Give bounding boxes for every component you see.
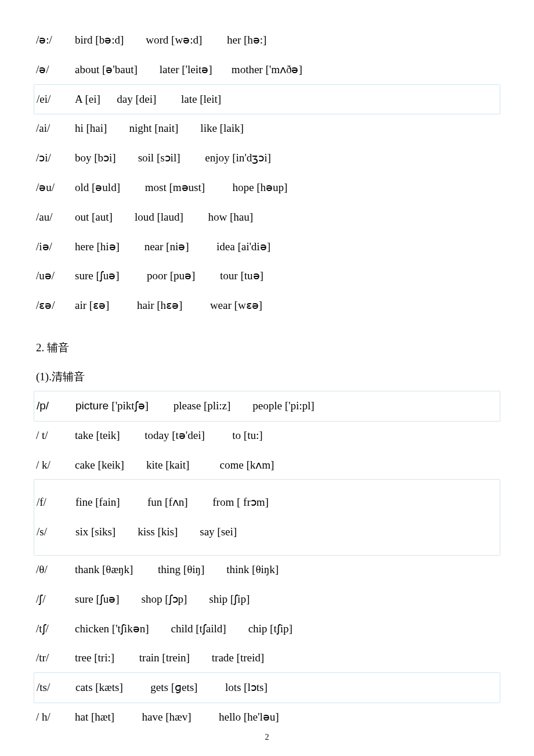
examples: cake [keik] kite [kait] come [kʌm] [75, 459, 274, 471]
examples: here [hiə] near [niə] idea [ai'diə] [75, 240, 270, 253]
phoneme-symbol: /əu/ [36, 181, 64, 195]
examples: A [ei] day [dei] late [leit] [75, 93, 221, 105]
rows1-row: /ə/ about [ə'baut] later ['leitə] mother… [36, 55, 498, 85]
examples: chicken ['tʃikən] child [tʃaild] chip [t… [75, 622, 293, 635]
examples: hi [hai] night [nait] like [laik] [75, 122, 244, 134]
examples: fine [fain] fun [fʌn] from [ frɔm] [75, 496, 269, 508]
phoneme-symbol: / k/ [36, 459, 64, 472]
rows1-row: /əu/ old [əuld] most [məust] hope [həup] [36, 173, 498, 203]
rows1-row: /ɔi/ boy [bɔi] soil [sɔil] enjoy [in'dʒɔ… [36, 143, 498, 173]
rows1-row: /ei/ A [ei] day [dei] late [leit] [34, 84, 500, 115]
rows2-row: /θ/ thank [θæŋk] thing [θiŋ] think [θiŋk… [36, 555, 498, 585]
document-page: /ə:/ bird [bə:d] word [wə:d] her [hə:]/ə… [0, 0, 534, 756]
examples: out [aut] loud [laud] how [hau] [75, 211, 253, 223]
example-rest: please [pli:z] people ['pi:pl] [149, 399, 315, 412]
vowel-list: /ə:/ bird [bə:d] word [wə:d] her [hə:]/ə… [36, 26, 498, 321]
examples: six [siks] kiss [kis] say [sei] [75, 525, 237, 538]
phoneme-symbol: / h/ [36, 711, 64, 724]
phoneme-symbol: /ɔi/ [36, 152, 64, 165]
examples: bird [bə:d] word [wə:d] her [hə:] [75, 34, 266, 46]
phoneme-symbol: /p/ [37, 399, 64, 413]
rows2-row: / k/ cake [keik] kite [kait] come [kʌm] [36, 451, 498, 480]
page-number: 2 [0, 733, 534, 742]
phoneme-symbol: /ɛə/ [36, 299, 64, 312]
rows1-row: /uə/ sure [ʃuə] poor [puə] tour [tuə] [36, 261, 498, 291]
rows2-row: /s/ six [siks] kiss [kis] say [sei] [37, 517, 497, 547]
examples: about [ə'baut] later ['leitə] mother ['m… [75, 63, 302, 75]
rows1-row: /ai/ hi [hai] night [nait] like [laik] [36, 114, 498, 143]
rows2-row: /tʃ/ chicken ['tʃikən] child [tʃaild] ch… [36, 614, 498, 644]
phoneme-symbol: /ei/ [37, 93, 64, 106]
rows1-row: /au/ out [aut] loud [laud] how [hau] [36, 203, 498, 232]
example-word: picture [75, 399, 111, 412]
rows2-row: /ts/ cats [kæts] gets [ɡets] lots [lɔts] [34, 672, 500, 703]
phoneme-symbol: / t/ [36, 429, 64, 442]
rows2-row: /tr/ tree [tri:] train [trein] trade [tr… [36, 643, 498, 673]
examples: take [teik] today [tə'dei] to [tu:] [75, 429, 263, 441]
rows1-row: /ɛə/ air [ɛə] hair [hɛə] wear [wɛə] [36, 291, 498, 321]
examples: sure [ʃuə] poor [puə] tour [tuə] [75, 269, 264, 282]
example-ipa: ['piktʃə] [111, 399, 149, 412]
phoneme-symbol: /θ/ [36, 563, 64, 577]
rows2-row: / t/ take [teik] today [tə'dei] to [tu:] [36, 421, 498, 451]
phoneme-symbol: /s/ [37, 525, 64, 539]
phoneme-symbol: /uə/ [36, 269, 64, 283]
phoneme-symbol: /ə/ [36, 63, 64, 77]
rows1-row: /ə:/ bird [bə:d] word [wə:d] her [hə:] [36, 26, 498, 55]
examples: hat [hæt] have [hæv] hello [he'ləu] [75, 711, 279, 723]
examples: cats [kæts] gets [ɡets] lots [lɔts] [75, 681, 268, 693]
rows2-row: / h/ hat [hæt] have [hæv] hello [he'ləu] [36, 703, 498, 732]
examples: air [ɛə] hair [hɛə] wear [wɛə] [75, 299, 262, 311]
rows2-row: /f/ fine [fain] fun [fʌn] from [ frɔm] [37, 488, 497, 517]
phoneme-symbol: /ə:/ [36, 34, 64, 47]
phoneme-symbol: /ʃ/ [36, 593, 64, 606]
phoneme-symbol: /iə/ [36, 240, 64, 254]
examples: old [əuld] most [məust] hope [həup] [75, 181, 287, 193]
phoneme-symbol: /f/ [37, 496, 64, 509]
phoneme-symbol: /au/ [36, 211, 64, 224]
phoneme-symbol: /tʃ/ [36, 622, 64, 636]
rows1-row: /iə/ here [hiə] near [niə] idea [ai'diə] [36, 232, 498, 262]
phoneme-symbol: /ts/ [37, 681, 64, 694]
rows2-row: /ʃ/ sure [ʃuə] shop [ʃɔp] ship [ʃip] [36, 585, 498, 614]
examples: tree [tri:] train [trein] trade [treid] [75, 651, 264, 664]
phoneme-symbol: /ai/ [36, 122, 64, 135]
boxed-group: /f/ fine [fain] fun [fʌn] from [ frɔm]/s… [34, 479, 500, 556]
examples: thank [θæŋk] thing [θiŋ] think [θiŋk] [75, 563, 279, 575]
consonant-list: /p/ picture ['piktʃə] please [pli:z] peo… [36, 391, 498, 732]
section-heading-consonants: 2. 辅音 [36, 333, 498, 362]
examples: boy [bɔi] soil [sɔil] enjoy [in'dʒɔi] [75, 152, 271, 164]
examples: sure [ʃuə] shop [ʃɔp] ship [ʃip] [75, 593, 250, 605]
phoneme-symbol: /tr/ [36, 651, 64, 665]
rows2-row: /p/ picture ['piktʃə] please [pli:z] peo… [34, 391, 500, 422]
subsection-heading-voiceless: (1).清辅音 [36, 362, 498, 391]
